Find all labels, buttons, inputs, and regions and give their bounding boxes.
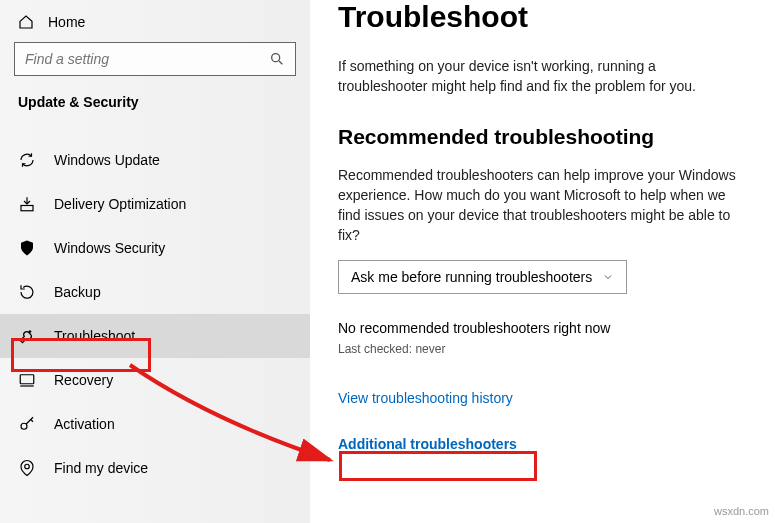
sidebar-item-label: Delivery Optimization: [54, 196, 186, 212]
svg-point-0: [272, 54, 280, 62]
view-history-link[interactable]: View troubleshooting history: [338, 390, 747, 406]
home-label: Home: [48, 14, 85, 30]
sidebar-item-activation[interactable]: Activation: [0, 402, 310, 446]
watermark: wsxdn.com: [714, 505, 769, 517]
sidebar-item-delivery-optimization[interactable]: Delivery Optimization: [0, 182, 310, 226]
sidebar-section-title: Update & Security: [0, 90, 310, 120]
search-input[interactable]: [14, 42, 296, 76]
chevron-down-icon: [602, 271, 614, 283]
dropdown-value: Ask me before running troubleshooters: [351, 269, 592, 285]
recommended-body: Recommended troubleshooters can help imp…: [338, 165, 747, 246]
sidebar-item-backup[interactable]: Backup: [0, 270, 310, 314]
sidebar-item-windows-security[interactable]: Windows Security: [0, 226, 310, 270]
sidebar-item-recovery[interactable]: Recovery: [0, 358, 310, 402]
additional-troubleshooters-link[interactable]: Additional troubleshooters: [338, 436, 747, 452]
sync-icon: [18, 151, 36, 169]
search-icon: [269, 51, 285, 67]
backup-icon: [18, 283, 36, 301]
home-icon: [18, 14, 34, 30]
svg-line-1: [279, 61, 282, 64]
svg-rect-4: [20, 375, 34, 384]
page-title: Troubleshoot: [338, 0, 747, 34]
svg-point-6: [21, 423, 27, 429]
intro-text: If something on your device isn't workin…: [338, 56, 747, 97]
wrench-icon: [18, 327, 36, 345]
sidebar-item-label: Backup: [54, 284, 101, 300]
main-content: Troubleshoot If something on your device…: [310, 0, 775, 523]
sidebar-item-label: Recovery: [54, 372, 113, 388]
home-nav[interactable]: Home: [0, 14, 310, 42]
sidebar-item-label: Windows Update: [54, 152, 160, 168]
download-icon: [18, 195, 36, 213]
sidebar-item-label: Activation: [54, 416, 115, 432]
sidebar-item-troubleshoot[interactable]: Troubleshoot: [0, 314, 310, 358]
key-icon: [18, 415, 36, 433]
search-field[interactable]: [25, 51, 269, 67]
sidebar-item-label: Troubleshoot: [54, 328, 135, 344]
sidebar-item-windows-update[interactable]: Windows Update: [0, 138, 310, 182]
location-icon: [18, 459, 36, 477]
status-text: No recommended troubleshooters right now: [338, 320, 747, 336]
svg-rect-2: [21, 206, 33, 211]
sidebar-item-label: Find my device: [54, 460, 148, 476]
sidebar-nav: Windows Update Delivery Optimization Win…: [0, 138, 310, 490]
sidebar-item-find-my-device[interactable]: Find my device: [0, 446, 310, 490]
shield-icon: [18, 239, 36, 257]
sidebar-item-label: Windows Security: [54, 240, 165, 256]
recovery-icon: [18, 371, 36, 389]
troubleshooter-preference-dropdown[interactable]: Ask me before running troubleshooters: [338, 260, 627, 294]
recommended-heading: Recommended troubleshooting: [338, 125, 747, 149]
settings-sidebar: Home Update & Security Windows Update De…: [0, 0, 310, 523]
last-checked-text: Last checked: never: [338, 342, 747, 356]
svg-point-7: [25, 464, 30, 469]
